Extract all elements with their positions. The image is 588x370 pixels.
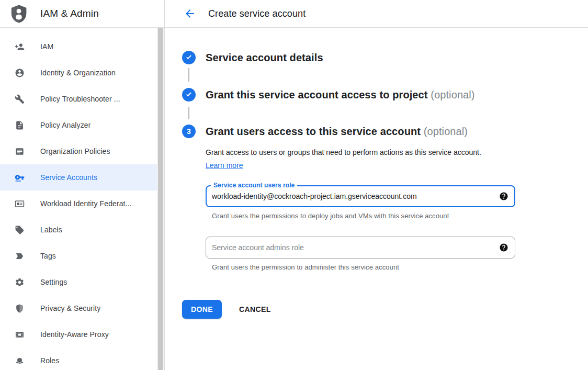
sidebar-item-labels[interactable]: Labels (0, 217, 158, 243)
sidebar-item-privacy-security[interactable]: Privacy & Security (0, 295, 158, 321)
gear-icon (14, 277, 25, 287)
step-3-body: Grant access to users or groups that nee… (206, 146, 588, 271)
sidebar-item-iam[interactable]: IAM (0, 33, 158, 60)
workload-identity-card-icon (14, 198, 25, 209)
sidebar-item-label: Labels (40, 226, 62, 234)
help-icon[interactable] (499, 192, 508, 201)
back-arrow-icon[interactable] (184, 7, 196, 20)
users-role-label: Service account users role (211, 181, 297, 190)
sidebar-header: IAM & Admin (0, 0, 164, 28)
wizard-content: Service account details Grant this servi… (165, 28, 588, 319)
label-tag-icon (14, 225, 25, 235)
sidebar-item-identity-organization[interactable]: Identity & Organization (0, 60, 158, 86)
page-title: Create service account (208, 8, 306, 19)
step-2-title: Grant this service account access to pro… (206, 89, 428, 100)
account-circle-icon (14, 68, 25, 78)
step-3-optional-label: (optional) (424, 126, 468, 137)
sidebar-item-policy-troubleshooter[interactable]: Policy Troubleshooter ... (0, 86, 158, 112)
iam-shield-logo-icon (10, 4, 27, 24)
sidebar-item-label: Identity & Organization (40, 69, 116, 77)
admins-role-input[interactable] (206, 237, 515, 259)
main-header: Create service account (165, 0, 588, 28)
sidebar-item-settings[interactable]: Settings (0, 269, 158, 295)
learn-more-link[interactable]: Learn more (206, 161, 243, 170)
sidebar-item-label: Workload Identity Federat... (40, 199, 132, 208)
tag-arrow-icon (14, 251, 25, 261)
sidebar-item-label: IAM (40, 42, 53, 51)
users-role-field: Service account users role (206, 185, 515, 207)
sidebar-item-tags[interactable]: Tags (0, 243, 158, 269)
step-3-description: Grant access to users or groups that nee… (206, 146, 494, 172)
step-3-title: Grant users access to this service accou… (206, 126, 421, 137)
product-title: IAM & Admin (40, 8, 99, 19)
sidebar-item-label: Policy Analyzer (40, 121, 91, 129)
wrench-icon (14, 94, 25, 104)
step-3-number-badge: 3 (182, 125, 196, 138)
wizard-actions: DONE CANCEL (182, 300, 588, 319)
sidebar-item-workload-identity-federat[interactable]: Workload Identity Federat... (0, 190, 158, 217)
sidebar-item-organization-policies[interactable]: Organization Policies (0, 138, 158, 164)
sidebar-item-policy-analyzer[interactable]: Policy Analyzer (0, 112, 158, 138)
iap-icon (14, 329, 25, 340)
sidebar-nav: IAMIdentity & OrganizationPolicy Trouble… (0, 28, 158, 370)
step-connector (188, 68, 189, 82)
cancel-button[interactable]: CANCEL (239, 305, 271, 313)
sidebar-scrollbar (157, 28, 164, 370)
done-button[interactable]: DONE (182, 300, 222, 319)
step-connector (188, 107, 189, 119)
person-add-icon (14, 41, 25, 52)
step-2-header[interactable]: Grant this service account access to pro… (182, 86, 588, 104)
service-account-key-icon (14, 172, 25, 183)
sidebar-item-label: Organization Policies (40, 147, 110, 155)
description-text: Grant access to users or groups that nee… (206, 148, 481, 156)
app-window: IAM & Admin IAMIdentity & OrganizationPo… (0, 0, 588, 370)
help-icon[interactable] (499, 243, 508, 252)
main-panel: Create service account Service account d… (165, 0, 588, 370)
policy-analyzer-icon (14, 120, 25, 130)
step-1-title: Service account details (206, 51, 323, 64)
sidebar: IAM & Admin IAMIdentity & OrganizationPo… (0, 0, 165, 370)
step-2-check-icon (182, 88, 196, 102)
step-2-optional-label: (optional) (431, 89, 474, 100)
step-1-check-icon (182, 51, 196, 64)
step-3-header[interactable]: 3 Grant users access to this service acc… (182, 125, 588, 138)
sidebar-item-roles[interactable]: Roles (0, 347, 158, 370)
sidebar-item-label: Roles (40, 356, 59, 365)
sidebar-item-label: Policy Troubleshooter ... (40, 95, 120, 103)
sidebar-item-label: Privacy & Security (40, 304, 100, 312)
roles-hat-icon (14, 355, 25, 366)
users-role-helper: Grant users the permissions to deploy jo… (212, 212, 588, 220)
sidebar-item-label: Tags (40, 252, 56, 260)
admins-role-helper: Grant users the permission to administer… (212, 263, 588, 271)
sidebar-item-service-accounts[interactable]: Service Accounts (0, 164, 158, 190)
org-policies-icon (14, 146, 25, 156)
step-1-header[interactable]: Service account details (182, 51, 588, 64)
sidebar-item-label: Identity-Aware Proxy (40, 330, 109, 339)
sidebar-item-label: Service Accounts (40, 173, 97, 182)
sidebar-scrollbar-thumb[interactable] (158, 28, 163, 370)
shield-half-icon (14, 303, 25, 313)
admins-role-field (206, 237, 515, 259)
sidebar-item-label: Settings (40, 278, 67, 286)
step-3-number: 3 (187, 127, 191, 136)
sidebar-item-identity-aware-proxy[interactable]: Identity-Aware Proxy (0, 321, 158, 347)
